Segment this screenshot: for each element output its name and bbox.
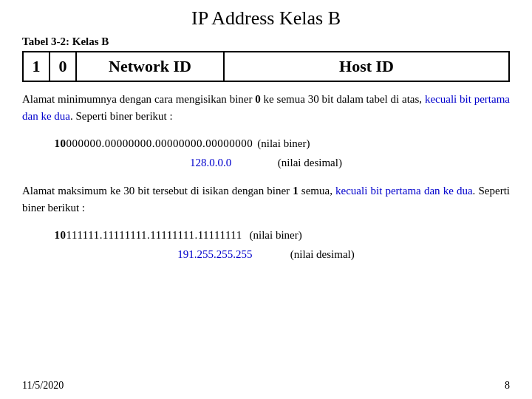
para2-bold1: 1 [293,185,299,197]
footer: 11/5/2020 8 [22,380,510,392]
page-title: IP Address Kelas B [22,7,510,30]
binary-min-label: (nilai biner) [257,134,310,154]
binary-max-decimal-row: 191.255.255.255 (nilai desimal) [22,245,510,265]
binary-min-decimal-label: (nilai desimal) [261,154,342,173]
para1-text3: . Seperti biner berikut : [70,110,173,122]
page-container: IP Address Kelas B Tabel 3-2: Kelas B 1 … [0,0,532,399]
para2-text1: Alamat maksimum ke 30 bit tersebut di is… [22,185,293,197]
binary-max-decimal-label: (nilai desimal) [282,245,354,265]
para2-text2: semua, [299,185,335,197]
table-label: Tabel 3-2: Kelas B [22,35,510,48]
table-cell-host-id: Host ID [224,52,509,81]
binary-max-decimal-value: 191.255.255.255 [177,245,252,265]
binary-min-decimal-row: 128.0.0.0 (nilai desimal) [22,154,510,173]
para1-text1: Alamat minimumnya dengan cara mengisikan… [22,93,255,105]
footer-date: 11/5/2020 [22,380,64,392]
para1-text2: ke semua 30 bit dalam tabel di atas, [261,93,425,105]
binary-min-row: 10000000.00000000.00000000.00000000 (nil… [22,134,510,154]
para1-bold1: 0 [255,93,261,105]
binary-min-decimal-value: 128.0.0.0 [190,154,231,173]
paragraph-min: Alamat minimumnya dengan cara mengisikan… [22,91,510,124]
paragraph-max: Alamat maksimum ke 30 bit tersebut di is… [22,183,510,216]
binary-min-value: 10000000.00000000.00000000.00000000 [55,134,253,154]
kelas-b-table: 1 0 Network ID Host ID [22,51,510,82]
table-cell-network-id: Network ID [76,52,224,81]
footer-page: 8 [505,380,510,392]
binary-max-row: 10111111.11111111.11111111.11111111 (nil… [22,226,510,245]
binary-max-section: 10111111.11111111.11111111.11111111 (nil… [22,226,510,264]
binary-max-label: (nilai biner) [247,226,302,245]
table-cell-0: 0 [50,52,76,81]
binary-max-value: 10111111.11111111.11111111.11111111 [55,226,242,245]
binary-min-section: 10000000.00000000.00000000.00000000 (nil… [22,134,510,172]
para2-blue1: kecuali bit pertama dan ke dua [335,185,473,197]
table-cell-1: 1 [23,52,50,81]
